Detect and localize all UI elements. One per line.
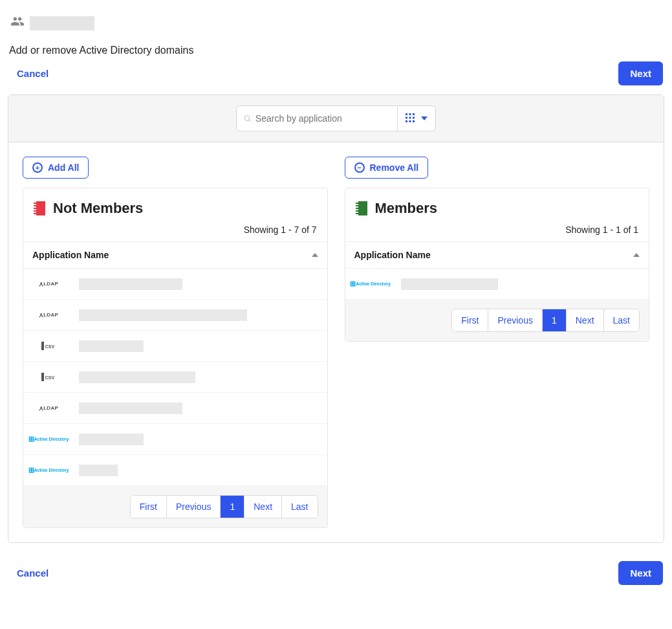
- ldap-icon: LDAP: [32, 311, 65, 318]
- next-button-top[interactable]: Next: [618, 61, 663, 85]
- ldap-icon: LDAP: [32, 404, 65, 412]
- svg-rect-6: [409, 117, 411, 119]
- pager-first[interactable]: First: [452, 309, 488, 331]
- pager-next[interactable]: Next: [244, 496, 282, 518]
- not-members-row[interactable]: LDAP: [23, 393, 327, 424]
- app-name-redacted: [401, 278, 498, 290]
- pager-previous[interactable]: Previous: [167, 496, 221, 518]
- active-directory-icon: Active Directory: [354, 280, 387, 288]
- remove-all-label: Remove All: [370, 162, 419, 173]
- not-members-title: Not Members: [53, 200, 143, 217]
- svg-rect-8: [406, 120, 407, 122]
- panel-toolbar: [8, 95, 664, 142]
- chevron-down-icon: [421, 116, 428, 120]
- plus-circle-icon: +: [32, 162, 43, 173]
- page-subtitle: Add or remove Active Directory domains: [9, 45, 664, 56]
- svg-rect-2: [406, 113, 407, 115]
- not-members-badge-icon: [34, 201, 45, 215]
- app-name-redacted: [79, 371, 195, 383]
- svg-rect-5: [406, 117, 407, 119]
- search-icon: [243, 114, 252, 123]
- app-name-redacted: [79, 340, 144, 352]
- not-members-row[interactable]: Active Directory: [23, 455, 327, 486]
- svg-point-0: [244, 116, 249, 120]
- grid-icon: [406, 113, 415, 124]
- svg-rect-3: [409, 113, 411, 115]
- view-toggle-button[interactable]: [398, 105, 436, 131]
- members-row[interactable]: Active Directory: [345, 269, 649, 300]
- not-members-row[interactable]: LDAP: [23, 300, 327, 331]
- svg-rect-7: [413, 117, 415, 119]
- svg-rect-9: [409, 120, 411, 122]
- not-members-row[interactable]: LDAP: [23, 269, 327, 300]
- cancel-link-bottom[interactable]: Cancel: [17, 568, 49, 579]
- not-members-row[interactable]: CSV: [23, 362, 327, 393]
- top-action-row: Cancel Next: [9, 61, 663, 85]
- search-group: [236, 105, 436, 131]
- cancel-link-top[interactable]: Cancel: [17, 68, 49, 79]
- search-input[interactable]: [255, 113, 391, 124]
- page-header: [10, 14, 664, 32]
- csv-icon: CSV: [32, 342, 65, 350]
- app-name-redacted: [79, 278, 182, 290]
- members-footer: First Previous 1 Next Last: [345, 300, 649, 341]
- not-members-showing: Showing 1 - 7 of 7: [34, 225, 317, 235]
- search-box[interactable]: [236, 105, 398, 131]
- csv-icon: CSV: [32, 373, 65, 381]
- svg-line-1: [249, 120, 250, 121]
- not-members-pagination: First Previous 1 Next Last: [130, 495, 318, 518]
- members-title: Members: [375, 200, 438, 217]
- not-members-row[interactable]: Active Directory: [23, 424, 327, 455]
- add-all-label: Add All: [48, 162, 79, 173]
- members-column-header[interactable]: Application Name: [345, 242, 649, 269]
- panel-body: + Add All Not Members Showing 1 - 7 of 7…: [8, 142, 664, 542]
- next-button-bottom[interactable]: Next: [618, 561, 663, 585]
- not-members-row[interactable]: CSV: [23, 331, 327, 362]
- members-showing: Showing 1 - 1 of 1: [356, 225, 639, 235]
- not-members-header: Not Members Showing 1 - 7 of 7: [23, 188, 327, 242]
- sort-ascending-icon: [633, 253, 640, 257]
- svg-rect-10: [413, 120, 415, 122]
- not-members-column-header[interactable]: Application Name: [23, 242, 327, 269]
- svg-rect-4: [413, 113, 415, 115]
- not-members-footer: First Previous 1 Next Last: [23, 486, 327, 527]
- pager-page-1[interactable]: 1: [221, 496, 244, 518]
- pager-first[interactable]: First: [131, 496, 167, 518]
- column-label: Application Name: [354, 250, 431, 260]
- not-members-card: Not Members Showing 1 - 7 of 7 Applicati…: [23, 188, 328, 528]
- remove-all-button[interactable]: − Remove All: [345, 157, 429, 179]
- pager-last[interactable]: Last: [604, 309, 639, 331]
- ldap-icon: LDAP: [32, 280, 65, 287]
- bottom-action-row: Cancel Next: [9, 561, 663, 585]
- not-members-column: + Add All Not Members Showing 1 - 7 of 7…: [23, 157, 328, 528]
- pager-previous[interactable]: Previous: [488, 309, 542, 331]
- main-panel: + Add All Not Members Showing 1 - 7 of 7…: [8, 94, 664, 543]
- app-name-redacted: [79, 465, 118, 476]
- members-card: Members Showing 1 - 1 of 1 Application N…: [345, 188, 650, 342]
- column-label: Application Name: [32, 250, 109, 260]
- add-all-button[interactable]: + Add All: [23, 157, 89, 179]
- app-name-redacted: [79, 434, 144, 445]
- people-icon: [10, 14, 25, 32]
- members-column: − Remove All Members Showing 1 - 1 of 1 …: [345, 157, 650, 342]
- pager-next[interactable]: Next: [567, 309, 604, 331]
- app-name-redacted: [79, 403, 182, 414]
- app-name-redacted: [79, 309, 247, 321]
- page-title-redacted: [30, 16, 94, 30]
- members-badge-icon: [356, 201, 367, 215]
- pager-last[interactable]: Last: [282, 496, 317, 518]
- sort-ascending-icon: [312, 253, 318, 257]
- members-pagination: First Previous 1 Next Last: [451, 309, 640, 332]
- active-directory-icon: Active Directory: [32, 466, 65, 474]
- active-directory-icon: Active Directory: [32, 435, 65, 443]
- minus-circle-icon: −: [354, 162, 365, 173]
- members-header: Members Showing 1 - 1 of 1: [345, 188, 649, 242]
- pager-page-1[interactable]: 1: [543, 309, 567, 331]
